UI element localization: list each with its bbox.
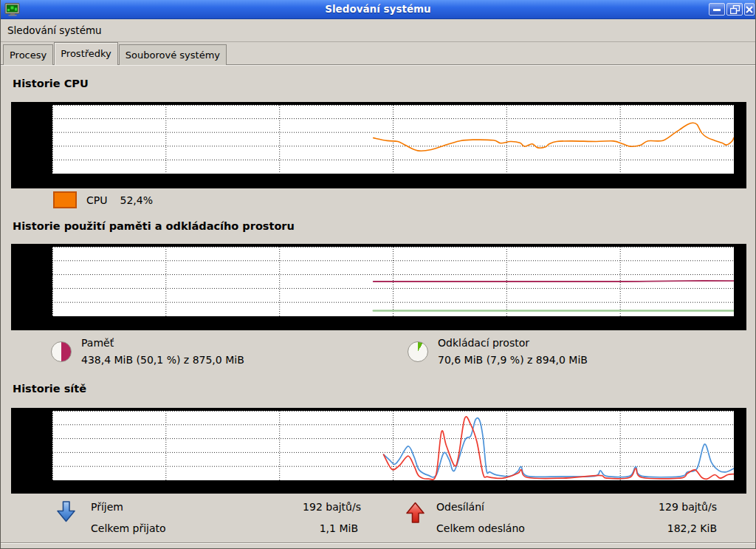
receive-label: Příjem [91, 501, 123, 513]
tab-bar: Procesy Prostředky Souborové systémy [3, 42, 227, 65]
receive-rate-value: 192 bajtů/s [303, 501, 361, 513]
cpu-legend-label: CPU [86, 194, 107, 206]
memory-history-chart [11, 244, 746, 330]
total-sent-label: Celkem odesláno [436, 522, 525, 534]
swap-usage-value: 70,6 MiB (7,9 %) z 894,0 MiB [438, 354, 588, 366]
menu-item-system-monitor[interactable]: Sledování systému [1, 19, 109, 41]
minimize-icon [713, 6, 721, 13]
tab-processes[interactable]: Procesy [3, 44, 53, 65]
download-arrow-icon [56, 500, 76, 525]
minimize-button[interactable] [709, 3, 725, 16]
maximize-button[interactable] [726, 3, 743, 16]
cpu-history-chart [11, 102, 746, 188]
total-received-value: 1,1 MiB [320, 522, 358, 534]
send-label: Odesílání [436, 501, 484, 513]
cpu-plot-area [52, 105, 734, 174]
window-title: Sledování systému [0, 0, 756, 18]
swap-pie-icon [408, 341, 428, 362]
cpu-legend: CPU 52,4% [53, 191, 153, 208]
menu-bar: Sledování systému [1, 19, 755, 42]
total-sent-value: 182,2 KiB [667, 522, 717, 534]
cpu-usage-value: 52,4% [120, 194, 152, 206]
memory-legend: Paměť 438,4 MiB (50,1 %) z 875,0 MiB [51, 336, 244, 366]
total-received-label: Celkem přijato [91, 522, 166, 534]
notebook-border-highlight [1, 65, 755, 66]
swap-legend: Odkládací prostor 70,6 MiB (7,9 %) z 894… [408, 336, 588, 366]
network-history-title: Historie sítě [13, 383, 86, 395]
tab-filesystems[interactable]: Souborové systémy [119, 44, 227, 65]
cpu-history-title: Historie CPU [13, 78, 89, 89]
memory-history-title: Historie použití paměti a odkládacího pr… [13, 220, 295, 232]
tab-resources[interactable]: Prostředky [54, 42, 118, 65]
cpu-color-swatch [53, 191, 77, 208]
network-plot-area [52, 411, 734, 480]
memory-pie-icon [51, 341, 72, 362]
swap-label: Odkládací prostor [438, 336, 588, 349]
close-icon [746, 6, 753, 13]
network-history-chart [11, 408, 746, 494]
send-rate-value: 129 bajtů/s [659, 501, 717, 513]
maximize-icon [730, 5, 740, 14]
status-separator [1, 542, 755, 543]
system-monitor-window: Sledování systému Sledování systému Proc… [0, 0, 756, 549]
upload-arrow-icon [405, 500, 425, 525]
memory-plot-area [52, 247, 734, 316]
memory-label: Paměť [81, 336, 244, 349]
title-bar[interactable]: Sledování systému [0, 0, 756, 19]
close-button[interactable] [744, 3, 755, 16]
memory-usage-value: 438,4 MiB (50,1 %) z 875,0 MiB [81, 354, 244, 366]
